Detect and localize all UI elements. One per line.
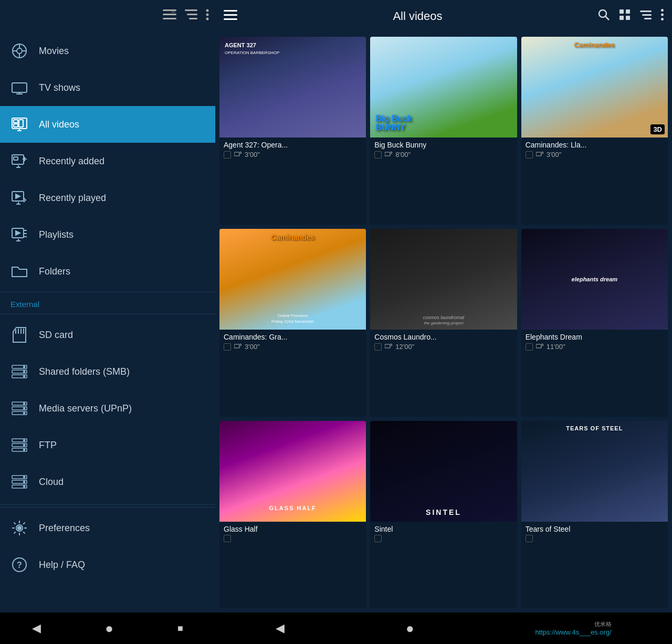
sidebar-item-smb[interactable]: Shared folders (SMB) — [0, 353, 215, 390]
video-card-glass[interactable]: GLASS HALF Glass Half — [219, 421, 366, 608]
video-thumbnail-sintel: SINTEL — [370, 421, 517, 522]
sidebar-item-recently-played[interactable]: Recently played — [0, 180, 215, 216]
cast-icon-caminandes-lla — [536, 151, 543, 159]
external-section-header: External — [0, 292, 215, 312]
video-card-caminandes-gra[interactable]: Caminandes Online PremiereFriday 22nd No… — [219, 229, 366, 417]
page-title: All videos — [244, 9, 592, 23]
svg-point-96 — [661, 18, 664, 20]
svg-point-50 — [24, 371, 25, 373]
svg-line-77 — [23, 532, 25, 533]
video-thumbnail-glass: GLASS HALF — [219, 421, 366, 522]
search-icon[interactable] — [598, 9, 610, 24]
svg-rect-16 — [12, 83, 27, 92]
android-home-button[interactable]: ● — [105, 620, 113, 637]
sidebar-item-movies-label: Movies — [39, 46, 69, 57]
android-back-button[interactable]: ◀ — [32, 621, 41, 635]
right-panel: All videos — [215, 0, 672, 613]
svg-point-55 — [24, 403, 25, 405]
folders-icon — [10, 262, 28, 280]
sidebar-item-help-label: Help / FAQ — [39, 559, 85, 571]
duration-caminandes-lla: 3'00" — [547, 151, 562, 159]
select-checkbox-bigbuck[interactable] — [374, 151, 382, 159]
video-info-caminandes-lla: Caminandes: Lla... 3'00" — [521, 138, 668, 163]
svg-rect-4 — [185, 9, 197, 11]
svg-point-49 — [24, 366, 25, 368]
cosmos-poster-title: cosmos laundromatthe gardening project — [370, 315, 517, 325]
video-card-cosmos[interactable]: cosmos laundromatthe gardening project C… — [370, 229, 517, 417]
sidebar-item-upnp[interactable]: Media servers (UPnP) — [0, 390, 215, 427]
cast-icon-agent327 — [234, 151, 242, 159]
video-info-cosmos: Cosmos Laundro... 12'00" — [370, 330, 517, 355]
svg-point-8 — [206, 14, 209, 16]
svg-rect-22 — [19, 120, 23, 127]
sidebar-item-recently-added[interactable]: Recently added — [0, 143, 215, 180]
android-home-button-right[interactable]: ● — [406, 620, 414, 637]
android-recents-button[interactable]: ■ — [177, 623, 183, 634]
video-thumbnail-tears: TEARS OF STEEL — [521, 421, 668, 522]
sidebar-item-movies[interactable]: Movies — [0, 33, 215, 69]
upnp-icon — [10, 399, 28, 417]
select-checkbox-caminandes-lla[interactable] — [526, 151, 533, 159]
sidebar: Movies TV shows — [0, 0, 215, 613]
sidebar-item-ftp[interactable]: FTP — [0, 427, 215, 463]
caminandes-gra-poster-sub: Online PremiereFriday 22nd November — [222, 313, 364, 324]
svg-rect-87 — [620, 9, 624, 14]
svg-point-57 — [24, 413, 25, 414]
select-checkbox-tears[interactable] — [526, 535, 533, 542]
select-checkbox-glass[interactable] — [224, 535, 231, 542]
video-card-caminandes-lla[interactable]: Caminandes 3D Caminandes: Lla... — [521, 37, 668, 225]
android-back-button-right[interactable]: ◀ — [276, 621, 285, 635]
svg-point-62 — [24, 445, 25, 446]
sidebar-item-upnp-label: Media servers (UPnP) — [39, 403, 132, 414]
sidebar-item-playlists[interactable]: Playlists — [0, 216, 215, 253]
sidebar-item-tv-shows[interactable]: TV shows — [0, 69, 215, 106]
sidebar-header — [0, 0, 215, 33]
cast-icon-caminandes-gra — [234, 343, 242, 351]
sort-filter-icon[interactable] — [640, 9, 652, 23]
sidebar-item-ftp-label: FTP — [39, 440, 57, 451]
select-checkbox-agent327[interactable] — [224, 151, 231, 159]
sidebar-item-all-videos[interactable]: All videos — [0, 106, 215, 143]
list-view-icon[interactable] — [163, 9, 176, 23]
svg-rect-21 — [14, 124, 18, 127]
cast-icon-bigbuck — [385, 151, 392, 159]
sidebar-item-cloud[interactable]: Cloud — [0, 463, 215, 500]
sort-icon[interactable] — [185, 9, 197, 23]
video-card-elephants[interactable]: elephants dream Elephants Dream — [521, 229, 668, 417]
video-thumbnail-agent327: AGENT 327OPERATION BARBERSHOP — [219, 37, 366, 138]
agent327-poster-title: AGENT 327OPERATION BARBERSHOP — [225, 42, 279, 56]
svg-rect-98 — [385, 152, 390, 156]
sidebar-nav: Movies TV shows — [0, 33, 215, 613]
svg-point-51 — [24, 376, 25, 377]
video-info-agent327: Agent 327: Opera... 3'00" — [219, 138, 366, 163]
sidebar-item-sd-card[interactable]: SD card — [0, 316, 215, 353]
sidebar-item-folders[interactable]: Folders — [0, 253, 215, 290]
select-checkbox-caminandes-gra[interactable] — [224, 343, 231, 351]
sidebar-item-allvideos-label: All videos — [39, 119, 79, 130]
grid-view-icon[interactable] — [619, 9, 631, 24]
video-card-tears[interactable]: TEARS OF STEEL Tears of Steel — [521, 421, 668, 608]
svg-point-56 — [24, 408, 25, 409]
svg-rect-99 — [536, 152, 541, 156]
svg-point-63 — [24, 449, 25, 451]
duration-caminandes-gra: 3'00" — [245, 343, 260, 351]
sidebar-item-preferences[interactable]: Preferences — [0, 510, 215, 546]
video-card-bigbuck[interactable]: Big BuckBUNNY Big Buck Bunny — [370, 37, 517, 225]
android-bar-right: ◀ ● 优米格 https://www.4s___es.org/ — [215, 620, 672, 637]
select-checkbox-sintel[interactable] — [374, 535, 382, 542]
svg-rect-100 — [234, 344, 239, 348]
sidebar-item-help[interactable]: ? Help / FAQ — [0, 546, 215, 583]
hamburger-menu-icon[interactable] — [224, 9, 237, 24]
sidebar-item-recently-added-label: Recently added — [39, 156, 104, 167]
select-checkbox-cosmos[interactable] — [374, 343, 382, 351]
svg-rect-6 — [189, 18, 197, 19]
duration-agent327: 3'00" — [245, 151, 260, 159]
select-checkbox-elephants[interactable] — [526, 343, 533, 351]
divider-external — [0, 314, 215, 314]
video-card-sintel[interactable]: SINTEL Sintel — [370, 421, 517, 608]
more-vert-icon[interactable] — [206, 9, 209, 24]
video-card-agent327[interactable]: AGENT 327OPERATION BARBERSHOP Agent 327:… — [219, 37, 366, 225]
more-options-icon[interactable] — [661, 9, 664, 24]
movie-icon — [10, 42, 28, 60]
sd-card-icon — [10, 326, 28, 344]
